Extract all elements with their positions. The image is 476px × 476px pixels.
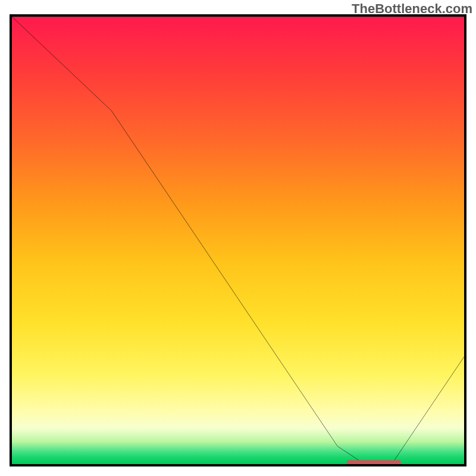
chart-root: TheBottleneck.com — [0, 0, 476, 476]
optimal-range-marker — [346, 460, 400, 464]
marker-layer — [12, 17, 464, 464]
watermark-text: TheBottleneck.com — [352, 1, 472, 17]
plot-frame — [10, 14, 466, 466]
